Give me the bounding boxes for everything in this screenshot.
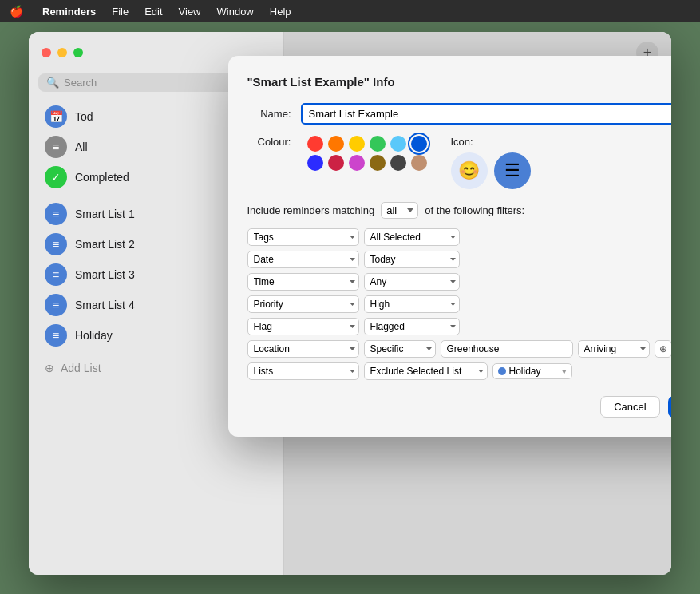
smartlist1-icon: ≡: [45, 203, 67, 225]
menubar: 🍎 Reminders File Edit View Window Help: [0, 0, 700, 22]
smartlist3-icon: ≡: [45, 263, 67, 286]
close-button[interactable]: [42, 48, 51, 57]
menu-help[interactable]: Help: [270, 6, 291, 18]
dialog-footer: Cancel OK: [247, 396, 672, 418]
colour-red[interactable]: [307, 136, 323, 152]
search-placeholder: Search: [64, 77, 97, 89]
filter-line-flag: Flag Flagged − +: [247, 318, 672, 335]
name-label: Name:: [247, 108, 291, 120]
filter-value-priority[interactable]: High: [364, 295, 460, 313]
filter-lines: Tags All Selected − + Date: [247, 228, 672, 380]
filter-type-flag[interactable]: Flag: [247, 318, 359, 335]
colour-blue[interactable]: [411, 136, 427, 152]
smartlist4-icon: ≡: [45, 294, 67, 316]
colours-grid: [307, 136, 427, 171]
filter-value-lists[interactable]: Exclude Selected List: [364, 362, 488, 380]
filter-type-location[interactable]: Location: [247, 340, 359, 358]
filter-type-time[interactable]: Time: [247, 273, 359, 291]
sidebar-label-tod: Tod: [75, 110, 93, 123]
filter-value-location[interactable]: Specific: [364, 340, 436, 358]
icon-row: 😊 ☰: [451, 152, 531, 189]
menu-reminders[interactable]: Reminders: [42, 6, 96, 18]
icon-section: Icon: 😊 ☰: [451, 136, 531, 189]
location-target-icon[interactable]: ⊕: [655, 340, 672, 358]
list-chevron: ▾: [562, 366, 567, 377]
colour-section: Colour:: [247, 136, 427, 171]
colour-label: Colour:: [247, 136, 291, 148]
location-text-input[interactable]: [441, 340, 573, 358]
filter-suffix-text: of the following filters:: [425, 204, 524, 216]
colour-icon-row: Colour:: [247, 136, 672, 189]
sidebar-label-all: All: [75, 141, 88, 153]
menu-view[interactable]: View: [179, 6, 201, 18]
minimize-button[interactable]: [57, 48, 67, 57]
list-pill-holiday[interactable]: Holiday ▾: [492, 363, 572, 379]
colour-green[interactable]: [370, 136, 386, 152]
filter-line-lists: Lists Exclude Selected List Holiday ▾ −: [247, 362, 672, 380]
filter-value-tags[interactable]: All Selected: [364, 228, 460, 246]
holiday-icon: ≡: [45, 324, 67, 346]
filter-type-date[interactable]: Date: [247, 251, 359, 268]
colour-orange[interactable]: [328, 136, 344, 152]
filter-all-select[interactable]: all any: [381, 202, 418, 219]
menu-edit[interactable]: Edit: [144, 6, 162, 18]
main-content: + "Smart List Example" Info Name: Colour…: [284, 32, 671, 575]
filter-value-time[interactable]: Any: [364, 273, 460, 291]
name-row: Name:: [247, 103, 672, 125]
filter-line-date: Date Today − +: [247, 251, 672, 268]
filter-intro-text: Include reminders matching: [247, 204, 375, 216]
cancel-button[interactable]: Cancel: [600, 396, 659, 418]
menu-file[interactable]: File: [112, 6, 129, 18]
dialog-overlay: "Smart List Example" Info Name: Colour:: [284, 32, 671, 575]
smart-list-dialog: "Smart List Example" Info Name: Colour:: [228, 56, 672, 437]
filter-type-tags[interactable]: Tags: [247, 228, 359, 246]
icon-smiley[interactable]: 😊: [451, 152, 488, 189]
colour-purple[interactable]: [349, 155, 365, 171]
filter-line-time: Time Any − +: [247, 273, 672, 291]
maximize-button[interactable]: [73, 48, 83, 57]
smartlist2-icon: ≡: [45, 233, 67, 255]
dialog-title: "Smart List Example" Info: [247, 75, 672, 89]
filter-line-priority: Priority High − +: [247, 295, 672, 313]
colour-row-2: [307, 155, 427, 171]
colour-brown[interactable]: [370, 155, 386, 171]
holiday-dot: [498, 367, 506, 375]
add-list-icon: ⊕: [45, 362, 54, 374]
filter-line-tags: Tags All Selected − +: [247, 228, 672, 246]
colour-lightblue[interactable]: [390, 136, 406, 152]
filter-type-priority[interactable]: Priority: [247, 295, 359, 313]
colour-row-1: [307, 136, 427, 152]
filter-type-lists[interactable]: Lists: [247, 362, 359, 380]
filter-intro-row: Include reminders matching all any of th…: [247, 202, 672, 219]
filter-value-date[interactable]: Today: [364, 251, 460, 268]
colour-crimson[interactable]: [328, 155, 344, 171]
filter-line-location: Location Specific Arriving Leaving ⊕ −: [247, 340, 672, 358]
menu-window[interactable]: Window: [217, 6, 254, 18]
colour-tan[interactable]: [411, 155, 427, 171]
name-input[interactable]: [301, 103, 672, 125]
search-icon: 🔍: [46, 77, 59, 89]
icon-label: Icon:: [451, 136, 531, 148]
colour-yellow[interactable]: [349, 136, 365, 152]
colour-darkgray[interactable]: [390, 155, 406, 171]
apple-menu[interactable]: 🍎: [10, 5, 23, 18]
all-icon: ≡: [45, 136, 67, 158]
add-list-label: Add List: [61, 362, 101, 374]
completed-icon: ✓: [45, 166, 67, 188]
tod-icon: 📅: [45, 105, 67, 128]
sidebar-label-completed: Completed: [75, 171, 129, 184]
app-window: 🔍 Search 📅 Tod ≡ All ✓ Completed ≡ Smart…: [29, 32, 671, 575]
holiday-list-name: Holiday: [509, 366, 541, 377]
filter-value-flag[interactable]: Flagged: [364, 318, 460, 335]
filter-arriving-select[interactable]: Arriving Leaving: [578, 340, 650, 358]
colour-indigo[interactable]: [307, 155, 323, 171]
ok-button[interactable]: OK: [668, 396, 671, 418]
icon-list[interactable]: ☰: [494, 152, 531, 189]
